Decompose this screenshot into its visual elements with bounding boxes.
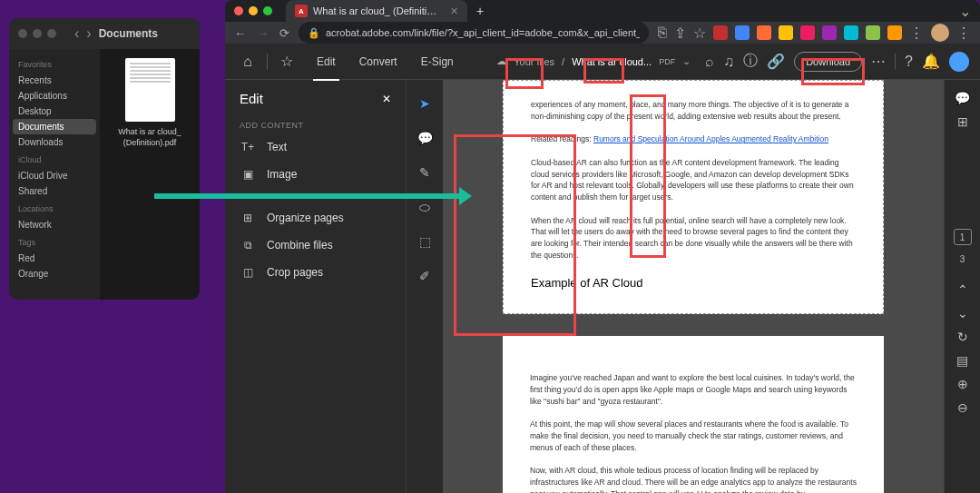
eraser-tool[interactable]: ⬭	[414, 196, 436, 218]
ext-icon[interactable]	[822, 25, 837, 40]
edit-panel: Edit ✕ ADD CONTENT T+Text ▣Image OTHER O…	[225, 80, 407, 493]
document-area[interactable]: experiences of any moment, place, and ma…	[443, 80, 944, 493]
add-text[interactable]: T+Text	[225, 133, 406, 161]
crop-icon: ◫	[240, 266, 256, 279]
ext-icon[interactable]	[800, 25, 815, 40]
star-icon[interactable]: ☆	[693, 25, 706, 42]
down-icon[interactable]: ⌄	[957, 306, 968, 320]
sidebar-item[interactable]: iCloud Drive	[13, 168, 96, 183]
up-icon[interactable]: ⌃	[957, 282, 968, 297]
finder-sidebar: Favorites Recents Applications Desktop D…	[9, 49, 100, 300]
select-tool[interactable]: ⬚	[414, 231, 436, 252]
crop-pages[interactable]: ◫Crop pages	[225, 259, 406, 286]
download-button[interactable]: Download	[794, 52, 862, 72]
sidebar-item[interactable]: Desktop	[13, 104, 96, 119]
ext-icon[interactable]	[844, 25, 858, 40]
cloud-icon: ☁	[496, 55, 506, 67]
right-rail: 💬 ⊞ 1 3 ⌃ ⌄ ↻ ▤ ⊕ ⊖	[944, 80, 980, 493]
url-actions: ⎘ ⇪ ☆ ⋮ ⋮	[658, 24, 971, 42]
combine-icon: ⧉	[240, 239, 256, 251]
browser-tab[interactable]: A What is ar cloud_ (Definition) ✕	[286, 0, 467, 22]
bell-icon[interactable]: 🔔	[922, 53, 940, 70]
forward-icon[interactable]: ›	[86, 25, 91, 42]
comment-tool[interactable]: 💬	[414, 127, 436, 149]
cursor-tool[interactable]: ➤	[414, 93, 436, 114]
user-avatar[interactable]	[949, 52, 969, 72]
grid-icon[interactable]: ⊞	[957, 114, 968, 129]
finder-window: ‹› Documents Favorites Recents Applicati…	[9, 18, 200, 300]
tab-edit[interactable]: Edit	[306, 50, 347, 74]
organize-icon: ⊞	[240, 212, 256, 224]
breadcrumb: ☁ Your files/ What is ar cloud... PDF ⌄	[496, 55, 691, 67]
sidebar-item[interactable]: Applications	[13, 88, 96, 104]
ext-icon[interactable]	[779, 25, 793, 40]
share-icon[interactable]: ⇪	[674, 25, 686, 42]
profile-avatar[interactable]	[931, 24, 949, 42]
rotate-icon[interactable]: ↻	[957, 330, 968, 344]
sidebar-item[interactable]: Orange	[13, 266, 96, 281]
star-icon[interactable]: ☆	[275, 50, 299, 74]
acrobat-header: ⌂ ☆ Edit Convert E-Sign ☁ Your files/ Wh…	[225, 44, 980, 80]
add-image[interactable]: ▣Image	[225, 161, 406, 188]
chrome-window: A What is ar cloud_ (Definition) ✕ + ⌄ ←…	[225, 0, 980, 493]
sidebar-item[interactable]: Shared	[13, 183, 96, 199]
file-thumb[interactable]	[125, 58, 175, 122]
text-icon[interactable]: ⓘ	[743, 52, 758, 71]
finder-titlebar: ‹› Documents	[9, 18, 200, 49]
tab-esign[interactable]: E-Sign	[410, 50, 465, 74]
close-icon[interactable]: ✕	[382, 93, 391, 105]
menu-icon[interactable]: ⋮	[956, 25, 971, 42]
reload-icon[interactable]: ⟳	[279, 26, 289, 40]
zoom-out-icon[interactable]: ⊖	[957, 400, 968, 415]
acrobat-app: ⌂ ☆ Edit Convert E-Sign ☁ Your files/ Wh…	[225, 44, 980, 493]
ext-icon[interactable]	[866, 25, 880, 40]
help-icon[interactable]: ?	[905, 54, 913, 70]
forward-icon[interactable]: →	[257, 26, 269, 40]
install-icon[interactable]: ⎘	[658, 25, 667, 41]
extensions-icon[interactable]: ⋮	[909, 25, 924, 42]
ext-icon[interactable]	[735, 25, 750, 40]
combine-files[interactable]: ⧉Combine files	[225, 232, 406, 259]
link-icon[interactable]: 🔗	[767, 53, 785, 70]
tab-bar: A What is ar cloud_ (Definition) ✕ + ⌄	[225, 0, 980, 22]
close-icon[interactable]: ✕	[450, 5, 458, 17]
finder-content: What is ar cloud_ (Definition).pdf	[100, 49, 200, 300]
vertical-toolbar: ➤ 💬 ✎ ⬭ ⬚ ✐	[407, 80, 443, 493]
page-num[interactable]: 1	[954, 229, 972, 245]
highlight-tool[interactable]: ✐	[414, 265, 436, 287]
sidebar-item[interactable]: Red	[13, 251, 96, 266]
back-icon[interactable]: ‹	[74, 25, 79, 42]
pdf-page[interactable]: Imagine you've reached Japan and want to…	[503, 336, 884, 493]
finder-nav[interactable]: ‹›	[74, 25, 92, 42]
home-icon[interactable]: ⌂	[236, 50, 260, 74]
organize-pages[interactable]: ⊞Organize pages	[225, 204, 406, 232]
page-icon[interactable]: ▤	[956, 353, 968, 368]
traffic-lights[interactable]	[18, 29, 56, 38]
file-name[interactable]: What is ar cloud_ (Definition).pdf	[109, 127, 191, 148]
new-tab-button[interactable]: +	[476, 4, 484, 18]
chevron-down-icon[interactable]: ⌄	[682, 55, 691, 67]
pdf-page[interactable]: experiences of any moment, place, and ma…	[503, 80, 884, 314]
sidebar-item[interactable]: Network	[13, 217, 96, 232]
search-icon[interactable]: ⌕	[705, 54, 714, 70]
sidebar-item[interactable]: Downloads	[13, 134, 96, 150]
url-bar: ← → ⟳ 🔒 acrobat.adobe.com/link/file/?x_a…	[225, 22, 980, 44]
chevron-down-icon[interactable]: ⌄	[959, 3, 971, 20]
zoom-in-icon[interactable]: ⊕	[957, 377, 968, 391]
url-field[interactable]: 🔒 acrobat.adobe.com/link/file/?x_api_cli…	[299, 22, 649, 44]
ext-icon[interactable]	[713, 25, 728, 40]
sidebar-item[interactable]: Recents	[13, 73, 96, 88]
back-icon[interactable]: ←	[234, 26, 246, 40]
doc-link[interactable]: Rumors and Speculation Around Apples Aug…	[593, 134, 828, 143]
text-icon: T+	[240, 141, 256, 153]
more-icon[interactable]: ⋯	[871, 53, 886, 70]
chat-icon[interactable]: 💬	[955, 91, 970, 105]
headphones-icon[interactable]: ♫	[723, 54, 734, 70]
pen-tool[interactable]: ✎	[414, 162, 436, 183]
ext-icon[interactable]	[887, 25, 902, 40]
sidebar-item[interactable]: Documents	[13, 119, 96, 134]
tab-convert[interactable]: Convert	[348, 50, 408, 74]
traffic-lights[interactable]	[234, 6, 272, 15]
page-total: 3	[960, 254, 965, 264]
ext-icon[interactable]	[757, 25, 771, 40]
